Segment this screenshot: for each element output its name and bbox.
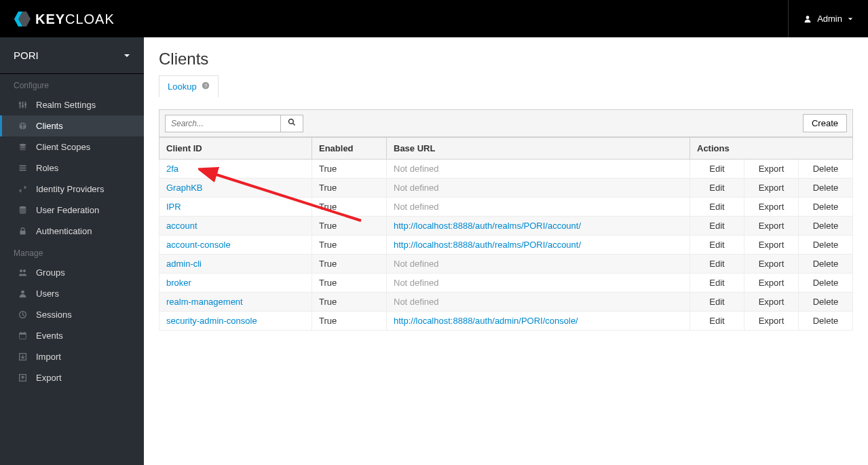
realm-selector[interactable]: PORI (0, 37, 144, 74)
sidebar-item-client-scopes[interactable]: Client Scopes (0, 136, 144, 157)
client-id-link[interactable]: account (166, 221, 197, 231)
sidebar-item-groups[interactable]: Groups (0, 262, 144, 283)
table-row: 2faTrueNot definedEditExportDelete (159, 160, 853, 179)
delete-action[interactable]: Delete (799, 217, 853, 236)
svg-rect-25 (20, 332, 21, 333)
edit-action[interactable]: Edit (690, 293, 744, 312)
svg-text:CLOAK: CLOAK (65, 12, 115, 26)
client-id-link[interactable]: security-admin-console (166, 316, 257, 326)
main-content: Clients Lookup ? Create Client ID (144, 37, 868, 465)
delete-action[interactable]: Delete (799, 312, 853, 331)
group-icon (16, 268, 29, 277)
export-icon (16, 373, 29, 382)
svg-text:KEY: KEY (35, 12, 65, 26)
tab-label: Lookup (168, 81, 197, 92)
base-url-empty: Not defined (394, 183, 439, 193)
delete-action[interactable]: Delete (799, 236, 853, 255)
client-id-link[interactable]: IPR (166, 202, 181, 212)
delete-action[interactable]: Delete (799, 255, 853, 274)
col-base-url: Base URL (387, 138, 690, 160)
edit-action[interactable]: Edit (690, 217, 744, 236)
section-label-manage: Manage (0, 242, 144, 262)
export-action[interactable]: Export (744, 312, 799, 331)
client-id-link[interactable]: broker (166, 278, 191, 288)
exchange-icon (16, 185, 29, 193)
base-url-empty: Not defined (394, 259, 439, 269)
table-row: IPRTrueNot definedEditExportDelete (159, 198, 853, 217)
sidebar-item-label: Realm Settings (36, 100, 96, 110)
sidebar-item-roles[interactable]: Roles (0, 157, 144, 179)
help-icon[interactable]: ? (202, 81, 210, 92)
edit-action[interactable]: Edit (690, 160, 744, 179)
export-action[interactable]: Export (744, 160, 799, 179)
delete-action[interactable]: Delete (799, 179, 853, 198)
delete-action[interactable]: Delete (799, 274, 853, 293)
search-button[interactable] (280, 115, 303, 132)
svg-rect-16 (19, 170, 26, 171)
export-action[interactable]: Export (744, 217, 799, 236)
sidebar-item-export[interactable]: Export (0, 367, 144, 388)
client-id-link[interactable]: account-console (166, 240, 231, 250)
svg-rect-26 (24, 332, 24, 333)
client-id-link[interactable]: 2fa (166, 164, 178, 174)
sidebar: PORI Configure Realm Settings Clients Cl… (0, 37, 144, 465)
base-url-link[interactable]: http://localhost:8888/auth/realms/PORI/a… (394, 240, 581, 250)
svg-point-11 (19, 144, 26, 146)
sidebar-item-label: Groups (36, 267, 65, 278)
svg-point-21 (21, 291, 24, 294)
svg-rect-18 (20, 231, 25, 235)
search-input[interactable] (165, 115, 280, 132)
realm-name: PORI (14, 50, 39, 61)
sidebar-item-clients[interactable]: Clients (0, 115, 144, 136)
user-menu-dropdown[interactable]: Admin (788, 0, 868, 37)
enabled-cell: True (312, 274, 387, 293)
svg-rect-8 (18, 103, 20, 104)
enabled-cell: True (312, 293, 387, 312)
sidebar-item-authentication[interactable]: Authentication (0, 221, 144, 242)
base-url-link[interactable]: http://localhost:8888/auth/realms/PORI/a… (394, 221, 581, 231)
edit-action[interactable]: Edit (690, 179, 744, 198)
sidebar-item-events[interactable]: Events (0, 325, 144, 346)
chevron-down-icon (848, 14, 853, 24)
edit-action[interactable]: Edit (690, 274, 744, 293)
sidebar-item-realm-settings[interactable]: Realm Settings (0, 94, 144, 115)
svg-rect-9 (21, 105, 23, 107)
edit-action[interactable]: Edit (690, 312, 744, 331)
client-id-link[interactable]: admin-cli (166, 259, 202, 269)
lock-icon (16, 227, 29, 236)
enabled-cell: True (312, 236, 387, 255)
tab-lookup[interactable]: Lookup ? (159, 76, 218, 97)
export-action[interactable]: Export (744, 274, 799, 293)
sidebar-item-label: Clients (36, 121, 63, 131)
sidebar-item-import[interactable]: Import (0, 346, 144, 367)
export-action[interactable]: Export (744, 293, 799, 312)
export-action[interactable]: Export (744, 236, 799, 255)
brand-logo[interactable]: KEY CLOAK (12, 9, 134, 29)
client-id-link[interactable]: realm-management (166, 297, 243, 307)
export-action[interactable]: Export (744, 179, 799, 198)
delete-action[interactable]: Delete (799, 160, 853, 179)
sidebar-item-label: Client Scopes (36, 142, 90, 152)
export-action[interactable]: Export (744, 255, 799, 274)
table-row: GraphKBTrueNot definedEditExportDelete (159, 179, 853, 198)
base-url-link[interactable]: http://localhost:8888/auth/admin/PORI/co… (394, 316, 578, 326)
edit-action[interactable]: Edit (690, 255, 744, 274)
enabled-cell: True (312, 160, 387, 179)
calendar-icon (16, 331, 29, 340)
sidebar-item-sessions[interactable]: Sessions (0, 304, 144, 325)
edit-action[interactable]: Edit (690, 198, 744, 217)
edit-action[interactable]: Edit (690, 236, 744, 255)
table-row: accountTruehttp://localhost:8888/auth/re… (159, 217, 853, 236)
sidebar-item-users[interactable]: Users (0, 283, 144, 304)
client-id-link[interactable]: GraphKB (166, 183, 202, 193)
sidebar-item-label: Users (36, 289, 59, 299)
sidebar-item-identity-providers[interactable]: Identity Providers (0, 179, 144, 200)
sidebar-item-user-federation[interactable]: User Federation (0, 200, 144, 221)
delete-action[interactable]: Delete (799, 198, 853, 217)
create-button[interactable]: Create (803, 114, 847, 132)
clients-table: Client ID Enabled Base URL Actions 2faTr… (159, 137, 853, 331)
export-action[interactable]: Export (744, 198, 799, 217)
keycloak-logo-icon: KEY CLOAK (12, 9, 134, 29)
delete-action[interactable]: Delete (799, 293, 853, 312)
sidebar-item-label: User Federation (36, 205, 99, 215)
